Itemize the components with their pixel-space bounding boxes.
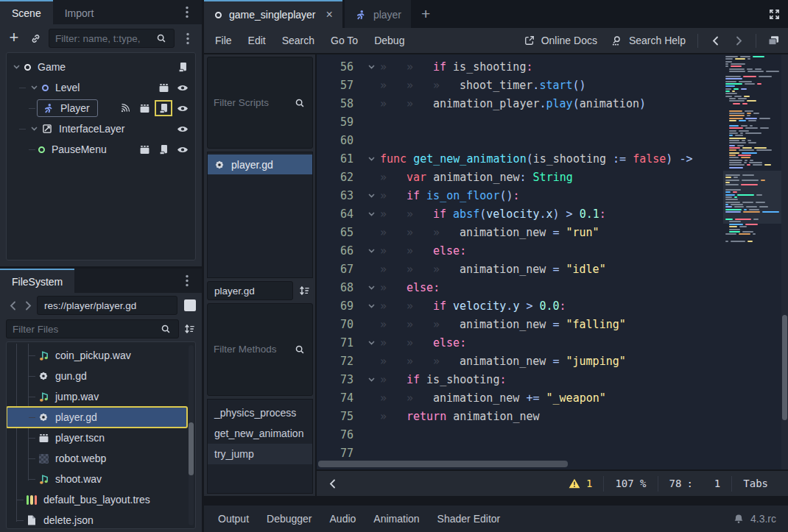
fold-arrow-icon[interactable]	[362, 376, 380, 383]
sort-files-icon[interactable]	[183, 323, 196, 335]
dock-tab-import[interactable]: Import	[53, 0, 106, 24]
code-line-68[interactable]: 68»else:	[317, 278, 788, 297]
script-history-back-button[interactable]	[703, 35, 727, 46]
group-button[interactable]	[138, 102, 151, 114]
filesystem-tab[interactable]: FileSystem	[0, 269, 74, 293]
code-line-60[interactable]: 60	[317, 131, 788, 149]
current-path-field[interactable]: res://player/player.gd	[37, 296, 177, 315]
bottom-tab-audio[interactable]: Audio	[321, 513, 365, 525]
menu-file[interactable]: File	[207, 35, 240, 46]
method-item-get_new_animation[interactable]: get_new_animation	[208, 423, 312, 444]
code-line-72[interactable]: 72»»»animation_new = "jumping"	[317, 352, 788, 370]
current-script-field[interactable]: player.gd	[207, 281, 293, 300]
eye-button[interactable]	[176, 143, 189, 155]
minimap-viewport[interactable]	[723, 171, 782, 224]
scene-tree-menu-button[interactable]	[180, 29, 196, 47]
distraction-free-button[interactable]	[760, 0, 788, 28]
file-row-gun.gd[interactable]: gun.gd	[7, 366, 187, 386]
script-item-player.gd[interactable]: player.gd	[208, 155, 312, 174]
file-tree-scrollbar[interactable]	[189, 345, 194, 525]
fold-arrow-icon[interactable]	[362, 339, 380, 347]
menu-debug[interactable]: Debug	[366, 35, 412, 46]
code-line-63[interactable]: 63»if is_on_floor():	[317, 186, 788, 205]
add-node-button[interactable]: +	[6, 29, 22, 47]
file-row-shoot.wav[interactable]: shoot.wav	[7, 469, 187, 489]
code-editor[interactable]: 56»»if is_shooting:57»»»shoot_timer.star…	[317, 54, 788, 469]
scene-tab-player[interactable]: player	[345, 0, 411, 28]
code-line-70[interactable]: 70»»»animation_new = "falling"	[317, 315, 788, 333]
methods-filter-input[interactable]	[214, 344, 289, 355]
file-row-player.tscn[interactable]: player.tscn	[7, 428, 187, 448]
scene-tab-game_singleplayer[interactable]: game_singleplayer×	[204, 0, 342, 28]
collapse-arrow-icon[interactable]	[27, 125, 41, 132]
menu-go-to[interactable]: Go To	[323, 35, 366, 46]
group-button[interactable]	[157, 82, 170, 93]
eye-button[interactable]	[176, 102, 189, 114]
code-line-62[interactable]: 62»var animation_new: String	[317, 168, 788, 186]
code-line-64[interactable]: 64»»if absf(velocity.x) > 0.1:	[317, 205, 788, 223]
script-button[interactable]	[157, 102, 170, 114]
menu-search[interactable]: Search	[274, 35, 323, 46]
notification-bell-icon[interactable]	[732, 513, 745, 525]
file-row-delete.json[interactable]: delete.json	[7, 510, 187, 529]
collapse-arrow-icon[interactable]	[10, 63, 23, 71]
file-row-default_bus_layout.tres[interactable]: default_bus_layout.tres	[7, 489, 187, 510]
bottom-tab-output[interactable]: Output	[209, 513, 258, 525]
fold-arrow-icon[interactable]	[362, 247, 380, 255]
signal-button[interactable]	[119, 102, 132, 114]
code-line-61[interactable]: 61func get_new_animation(is_shooting := …	[317, 149, 788, 168]
fold-arrow-icon[interactable]	[362, 63, 380, 71]
menu-edit[interactable]: Edit	[240, 35, 274, 46]
scene-filter-input[interactable]	[55, 33, 150, 44]
online-docs-button[interactable]: Online Docs	[516, 35, 604, 46]
code-line-56[interactable]: 56»»if is_shooting:	[317, 57, 788, 76]
method-item-try_jump[interactable]: try_jump	[208, 444, 312, 464]
scrollbar-thumb[interactable]	[782, 315, 787, 420]
code-line-73[interactable]: 73»if is_shooting:	[317, 370, 788, 389]
code-line-75[interactable]: 75»return animation_new	[317, 407, 788, 425]
code-minimap[interactable]	[725, 56, 781, 306]
fold-arrow-icon[interactable]	[362, 210, 380, 218]
code-line-58[interactable]: 58»»animation_player.play(animation)	[317, 94, 788, 113]
code-line-66[interactable]: 66»»else:	[317, 241, 788, 260]
new-scene-tab-button[interactable]: +	[411, 0, 440, 28]
code-line-57[interactable]: 57»»»shoot_timer.start()	[317, 76, 788, 94]
toggle-split-mode-button[interactable]	[184, 299, 196, 311]
eye-button[interactable]	[176, 82, 189, 93]
bottom-tab-shader-editor[interactable]: Shader Editor	[429, 513, 510, 525]
collapse-panel-icon[interactable]	[326, 478, 339, 489]
fold-arrow-icon[interactable]	[362, 302, 380, 310]
code-line-77[interactable]: 77	[317, 444, 788, 462]
fold-arrow-icon[interactable]	[362, 284, 380, 291]
fold-arrow-icon[interactable]	[362, 155, 380, 163]
file-row-jump.wav[interactable]: jump.wav	[7, 386, 187, 407]
code-line-76[interactable]: 76	[317, 425, 788, 444]
file-row-coin_pickup.wav[interactable]: coin_pickup.wav	[7, 345, 187, 366]
sort-methods-icon[interactable]	[295, 285, 313, 297]
scene-node-InterfaceLayer[interactable]: InterfaceLayer	[7, 118, 195, 139]
eye-button[interactable]	[176, 123, 189, 135]
zoom-indicator[interactable]: 107 %	[604, 478, 657, 489]
script-button[interactable]	[176, 61, 189, 73]
code-horizontal-scrollbar[interactable]	[318, 461, 720, 467]
file-row-robot.webp[interactable]: robot.webp	[7, 448, 187, 469]
search-help-button[interactable]: Search Help	[604, 35, 692, 46]
float-panel-button[interactable]	[761, 35, 785, 46]
code-line-65[interactable]: 65»»»animation_new = "run"	[317, 223, 788, 241]
bottom-tab-animation[interactable]: Animation	[365, 513, 428, 525]
scene-node-Game[interactable]: Game	[7, 57, 195, 77]
warnings-indicator[interactable]: 1	[557, 478, 603, 489]
method-item-_physics_process[interactable]: _physics_process	[208, 402, 312, 423]
code-line-67[interactable]: 67»»»animation_new = "idle"	[317, 260, 788, 278]
code-line-59[interactable]: 59	[317, 113, 788, 131]
script-history-forward-button[interactable]	[727, 35, 750, 46]
filesystem-menu-button[interactable]	[172, 269, 202, 293]
code-line-71[interactable]: 71»»else:	[317, 333, 788, 352]
history-back-icon[interactable]	[6, 299, 19, 311]
fold-arrow-icon[interactable]	[362, 192, 380, 199]
node-rename-input[interactable]: Player	[37, 99, 98, 117]
scene-node-PauseMenu[interactable]: PauseMenu	[7, 139, 195, 160]
instantiate-scene-button[interactable]	[27, 29, 43, 47]
scene-node-Level[interactable]: Level	[7, 77, 195, 98]
scrollbar-thumb[interactable]	[189, 422, 194, 475]
